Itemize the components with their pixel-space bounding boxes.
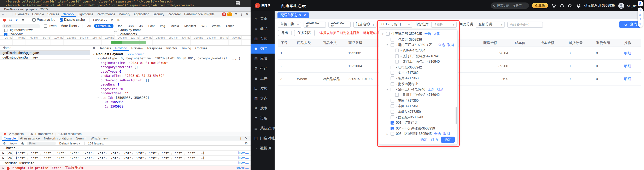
filter-chip-font[interactable]: Font [146,24,156,28]
search-icon[interactable] [22,19,24,21]
deselect-link[interactable]: 取消 [443,132,450,136]
checkbox[interactable] [390,121,394,125]
clear-console-icon[interactable]: ⊘ [2,141,7,145]
sidebar-item-goods[interactable]: ◈商品 [250,24,274,34]
avatar[interactable] [618,3,624,9]
date-end-input[interactable]: 2025-01-31 [328,21,351,28]
checkbox[interactable] [390,76,394,80]
detail-tab-headers[interactable]: Headers [96,46,113,51]
store-tree-item[interactable]: - 厦门工厂面包组-4716940 [379,59,457,64]
devtools-tab-memory[interactable]: Memory [117,12,132,17]
eye-icon[interactable]: ◉ [20,141,25,145]
kebab-menu-icon[interactable]: ⋮ [239,13,244,16]
devtools-tab-security[interactable]: Security [151,12,166,17]
inspect-element-icon[interactable]: ⌖ [1,12,5,16]
more-filters-button[interactable]: More filters ▾ [60,24,79,28]
console-tab-ai-assistance[interactable]: AI assistance [18,136,42,141]
devtools-tab-performance-insights[interactable]: Performance insights [183,12,216,17]
record-network-log-icon[interactable] [3,19,6,22]
sidebar-item-system[interactable]: ☷系统管理 [250,123,274,133]
filter-chip-js[interactable]: JS [137,24,145,28]
caret-down-icon[interactable]: ▾ [381,32,384,36]
console-source-link[interactable]: index.… [238,161,249,164]
warning-count-badge[interactable]: 12 [227,13,232,16]
detail-tab-payload[interactable]: Payload [113,46,129,51]
filter-chip-media[interactable]: Media [168,24,181,28]
close-drawer-icon[interactable]: ✕ [244,137,249,140]
download-icon[interactable]: ⇩ [639,18,642,21]
sidebar-item-purchase[interactable]: ▦采购 [250,34,274,44]
filter-chip-manifest[interactable]: Manifest [182,24,198,28]
clear-network-log-icon[interactable]: ⊘ [8,18,13,22]
edition-badge[interactable]: 企业版 [532,3,548,8]
scrollbar-thumb[interactable] [456,107,457,124]
console-source-link[interactable]: index.… [238,151,249,154]
sidebar-item-store-recon[interactable]: ◫门店对账 [250,133,274,143]
filter-chip-other[interactable]: Other [224,24,236,28]
caret-down-icon[interactable]: ▾ [386,43,389,47]
filter-chip-ws[interactable]: WS [200,24,208,28]
store-tree-item[interactable]: - 泉州工厂包装组-4716942 [379,92,457,98]
detail-link[interactable]: 明细 [624,64,631,68]
filter-chip-all[interactable]: All [85,24,93,28]
checkbox[interactable] [395,93,399,97]
checkbox-group-by-frame[interactable]: Group by frame [114,28,246,32]
deselect-link[interactable]: 取消 [447,43,454,47]
store-tree-item[interactable]: ▾- 厦门工厂-4716939（区域管理）全选取消 [379,42,457,48]
date-type-select[interactable]: 单据日期 ▾ [278,21,301,28]
sidebar-item-process[interactable]: ☰工序 [250,73,274,83]
checkbox[interactable] [390,132,394,136]
issues-count[interactable]: 154 Issues: [88,141,104,145]
store-tree-item[interactable]: ▾供应链总部-3505935全选取消 [379,31,457,37]
mail-icon[interactable]: ✉ [639,13,642,17]
checkbox[interactable] [386,32,390,36]
org-name[interactable]: 供应链总部-3505935 [584,3,615,8]
sidebar-item-warehouse[interactable]: ▤库管 [250,54,274,63]
store-tree-item[interactable]: - 包装组-3505936 [379,37,457,42]
checkbox[interactable] [390,65,394,69]
checkbox[interactable] [395,54,399,58]
store-tree-item[interactable]: ▸005 - 区域管理-3505945全选取消 [379,131,457,137]
console-context-select[interactable]: top ▾ [8,141,18,145]
devtools-tab-performance[interactable]: Performance [95,12,117,17]
device-toolbar-icon[interactable]: ▭ [5,13,11,16]
invert-checkbox[interactable]: Invert [44,24,57,28]
devtools-tab-lighthouse[interactable]: Lighthouse [76,12,95,17]
deselect-link[interactable]: 取消 [434,32,440,36]
filter-chip-css[interactable]: CSS [126,24,136,28]
category-select[interactable]: 全部分类 ▾ [476,21,505,28]
checkbox[interactable] [390,99,394,103]
store-field-select[interactable]: 门店名称 ▾ [353,21,376,28]
store-tree-item[interactable]: - 面包组--3505943 [379,115,457,120]
import-export-har-icon[interactable]: ⇅ [116,18,121,22]
store-multiselect[interactable]: 001 - 订货门店等2个门店 ▾ [379,21,412,28]
kebab-menu-icon[interactable]: ⋮ [238,137,244,140]
filter-chip-wasm[interactable]: Wasm [210,24,222,28]
devtools-tab-network[interactable]: Network [61,12,76,17]
checkbox[interactable] [390,110,394,114]
detail-tab-cookies[interactable]: Cookies [193,46,209,51]
devtools-tab-elements[interactable]: Elements [14,12,30,17]
network-conditions-icon[interactable]: ≋ [110,18,115,22]
checkbox[interactable] [390,127,394,130]
devtools-tab-sources[interactable]: Sources [46,12,61,17]
phone-icon[interactable]: ☏ [638,9,642,12]
caret-right-icon[interactable]: ▸ [386,132,389,136]
filter-chip-fetch-xhr[interactable]: Fetch/XHR [94,24,113,28]
checkbox[interactable] [390,115,394,119]
payload-object-preview[interactable]: ▾ {dateType: 0, beginDateTime: "2023-01-… [93,56,248,61]
filter-chip-img[interactable]: Img [158,24,167,28]
sidebar-item-quality[interactable]: ☑质检 [250,83,274,94]
console-source-link[interactable]: index.… [238,156,249,159]
console-source-link[interactable]: request.… [236,166,249,169]
export-button[interactable]: 导出 [278,30,292,36]
devtools-tab-console[interactable]: Console [30,12,46,17]
network-overview[interactable]: 20 ms40 ms60 ms80 ms100 ms120 ms140 ms16… [0,36,250,46]
filter-funnel-icon[interactable]: ▼ [14,19,19,22]
confirm-link[interactable]: 确定 [420,137,428,142]
settings-gear-icon[interactable]: ⚙ [233,13,238,16]
select-all-link[interactable]: 全选 [434,132,441,136]
sidebar-item-stocktake[interactable]: ▥盘点 [250,94,274,103]
headset-icon[interactable] [559,3,564,8]
console-tab-network-conditions[interactable]: Network conditions [42,136,74,141]
